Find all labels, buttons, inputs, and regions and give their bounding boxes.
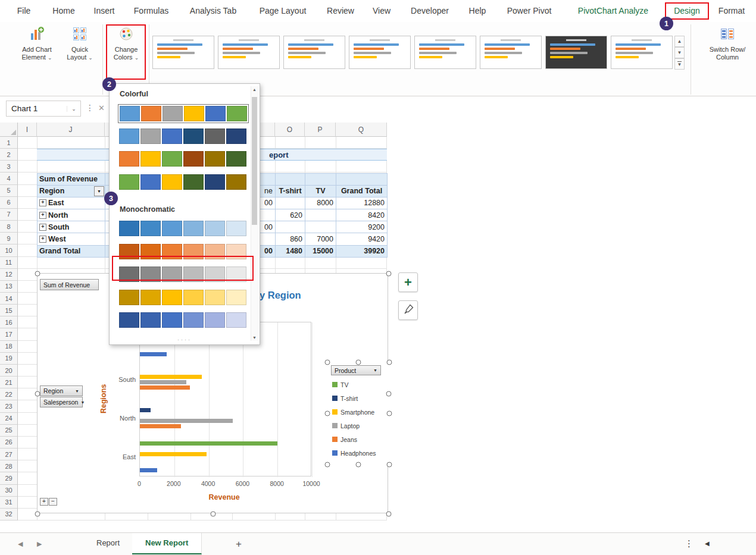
ribbon-tab-page-layout[interactable]: Page Layout (260, 0, 307, 22)
selection-handle[interactable] (325, 360, 330, 365)
ribbon-tab-help[interactable]: Help (469, 0, 486, 22)
next-sheet-icon[interactable]: ▶ (37, 533, 42, 555)
row-header-28[interactable]: 28 (0, 460, 18, 472)
row-header-15[interactable]: 15 (0, 305, 18, 316)
row-header-26[interactable]: 26 (0, 437, 18, 449)
selection-handle[interactable] (35, 271, 40, 277)
sheet-tab-new-report[interactable]: New Report (132, 533, 202, 554)
pivot-row-label-west[interactable]: +West (38, 233, 105, 245)
palette-row-colorful-1[interactable] (118, 104, 249, 123)
ribbon-tab-pivotchart-analyze[interactable]: PivotChart Analyze (578, 0, 648, 22)
chart-style-thumbnail-1[interactable] (152, 36, 214, 69)
cancel-entry-icon[interactable]: ✕ (98, 104, 105, 112)
palette-row-colorful-4[interactable] (118, 173, 248, 191)
row-header-17[interactable]: 17 (0, 328, 18, 340)
ribbon-tab-formulas[interactable]: Formulas (134, 0, 168, 22)
row-header-32[interactable]: 32 (0, 509, 18, 520)
row-header-19[interactable]: 19 (0, 353, 18, 365)
pivotchart-collapse-button[interactable]: − (49, 498, 57, 506)
expand-icon[interactable]: + (39, 199, 46, 206)
chart-title-fragment[interactable]: y Region (260, 290, 301, 301)
row-header-6[interactable]: 6 (0, 197, 18, 209)
row-header-9[interactable]: 9 (0, 233, 18, 244)
field-button-product[interactable]: Product▼ (331, 365, 381, 375)
row-header-21[interactable]: 21 (0, 377, 18, 388)
add-chart-element-button[interactable]: Add Chart Element ⌄ (14, 26, 60, 61)
row-header-4[interactable]: 4 (0, 173, 18, 184)
expand-icon[interactable]: + (39, 224, 46, 231)
chart-legend[interactable]: Product▼TVT-shirtSmartphoneLaptopJeansHe… (327, 362, 389, 465)
column-header-O[interactable]: O (275, 123, 305, 137)
selection-handle[interactable] (325, 411, 330, 416)
selection-handle[interactable] (35, 512, 40, 517)
more-vertical-icon[interactable]: ⋮ (685, 538, 693, 549)
switch-row-column-button[interactable]: Switch Row/ Column (702, 26, 752, 61)
column-header-P[interactable]: P (305, 123, 336, 137)
selection-handle[interactable] (387, 360, 392, 365)
menu-scrollbar[interactable]: ▲ ▼ (251, 86, 258, 341)
name-box[interactable]: Chart 1 ⌄ (6, 101, 81, 117)
row-header-24[interactable]: 24 (0, 413, 18, 425)
palette-row-monochromatic-1[interactable] (118, 220, 248, 237)
legend-item-t-shirt[interactable]: T-shirt (332, 391, 389, 405)
row-header-13[interactable]: 13 (0, 281, 18, 293)
legend-item-tv[interactable]: TV (332, 378, 389, 391)
row-header-7[interactable]: 7 (0, 209, 18, 221)
name-box-caret-icon[interactable]: ⌄ (67, 106, 80, 112)
selection-handle[interactable] (387, 462, 392, 468)
gallery-more-button[interactable]: ▼ (674, 58, 685, 70)
ribbon-tab-analysis-tab[interactable]: Analysis Tab (190, 0, 236, 22)
selection-handle[interactable] (325, 462, 330, 468)
pivot-row-label-east[interactable]: +East (38, 197, 105, 209)
ribbon-tab-review[interactable]: Review (327, 0, 354, 22)
chart-elements-button[interactable]: + (398, 272, 418, 292)
row-header-31[interactable]: 31 (0, 497, 18, 509)
field-button-region[interactable]: Region▼ (40, 385, 83, 396)
selection-handle[interactable] (356, 462, 361, 468)
row-header-2[interactable]: 2 (0, 149, 18, 161)
row-header-27[interactable]: 27 (0, 449, 18, 460)
row-header-10[interactable]: 10 (0, 244, 18, 256)
chart-styles-brush-button[interactable] (398, 300, 418, 320)
legend-item-headphones[interactable]: Headphones (332, 446, 389, 460)
scrollbar-thumb[interactable] (252, 97, 257, 225)
selection-handle[interactable] (211, 512, 216, 517)
row-header-25[interactable]: 25 (0, 425, 18, 437)
row-header-18[interactable]: 18 (0, 341, 18, 353)
ribbon-tab-file[interactable]: File (17, 0, 31, 22)
row-header-12[interactable]: 12 (0, 269, 18, 281)
ribbon-tab-format[interactable]: Format (718, 0, 745, 22)
row-header-11[interactable]: 11 (0, 257, 18, 269)
row-header-22[interactable]: 22 (0, 388, 18, 400)
hscroll-left-icon[interactable]: ◀ (705, 540, 710, 547)
palette-row-colorful-2[interactable] (118, 127, 248, 145)
ribbon-tab-insert[interactable]: Insert (93, 0, 114, 22)
row-header-20[interactable]: 20 (0, 365, 18, 377)
select-all-corner[interactable] (0, 123, 18, 137)
field-button-sum-of-revenue[interactable]: Sum of Revenue (40, 279, 99, 290)
legend-item-laptop[interactable]: Laptop (332, 419, 389, 432)
ribbon-tab-power-pivot[interactable]: Power Pivot (507, 0, 552, 22)
palette-row-monochromatic-4[interactable] (118, 289, 248, 306)
chart-style-thumbnail-3[interactable] (283, 36, 345, 69)
selection-handle[interactable] (386, 512, 392, 517)
column-header-Q[interactable]: Q (336, 123, 387, 137)
column-header-J[interactable]: J (37, 123, 105, 137)
quick-layout-button[interactable]: Quick Layout ⌄ (62, 26, 98, 61)
legend-item-jeans[interactable]: Jeans (332, 432, 389, 446)
row-header-5[interactable]: 5 (0, 185, 18, 197)
column-header-I[interactable]: I (18, 123, 37, 137)
chart-style-thumbnail-4[interactable] (349, 36, 411, 69)
selection-handle[interactable] (387, 411, 392, 416)
row-header-3[interactable]: 3 (0, 161, 18, 173)
row-header-8[interactable]: 8 (0, 221, 18, 233)
expand-icon[interactable]: + (39, 236, 46, 243)
add-sheet-button[interactable]: + (236, 533, 242, 555)
selection-handle[interactable] (35, 391, 40, 397)
chart-style-thumbnail-5[interactable] (414, 36, 476, 69)
row-header-29[interactable]: 29 (0, 472, 18, 484)
palette-row-colorful-3[interactable] (118, 150, 248, 168)
palette-row-monochromatic-5[interactable] (118, 311, 248, 329)
more-vertical-icon[interactable]: ⋮ (86, 103, 94, 112)
chart-style-thumbnail-7[interactable] (545, 36, 607, 69)
